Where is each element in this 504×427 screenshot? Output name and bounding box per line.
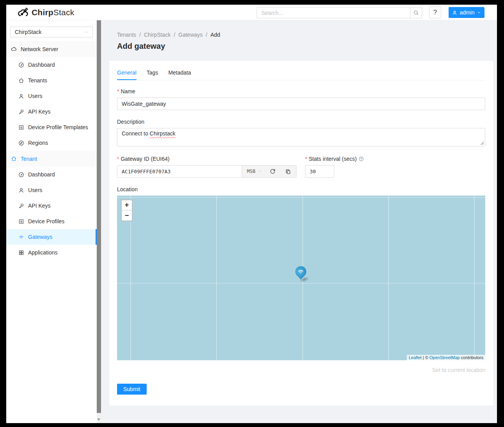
breadcrumb: Tenants/ChirpStack/Gateways/Add — [117, 32, 493, 38]
sidebar-item-ns-users[interactable]: Users — [6, 88, 97, 104]
breadcrumb-gateways[interactable]: Gateways — [178, 32, 202, 38]
user-icon — [18, 187, 24, 193]
key-icon — [18, 203, 24, 209]
compass-icon — [18, 140, 24, 146]
sidebar-item-tenant-api-keys[interactable]: API Keys — [6, 198, 97, 214]
chirpstack-logo: ChirpStack — [17, 7, 74, 18]
sidebar-group-network-server[interactable]: Network Server — [6, 41, 97, 57]
form-card: General Tags Metadata * Name Description… — [109, 61, 493, 406]
sidebar-scrollbar[interactable] — [97, 20, 101, 423]
required-mark: * — [117, 88, 119, 94]
appstore-icon — [18, 250, 24, 256]
sidebar-item-tenant-gateways[interactable]: Gateways — [6, 229, 97, 245]
sidebar-item-tenant-users[interactable]: Users — [6, 182, 97, 198]
name-input[interactable] — [117, 98, 485, 110]
sidebar-item-tenant-dashboard[interactable]: Dashboard — [6, 167, 97, 182]
cloud-logo-icon — [17, 7, 29, 18]
sidebar-item-ns-regions[interactable]: Regions — [6, 135, 97, 151]
search-input[interactable] — [257, 10, 410, 16]
search-icon — [413, 10, 419, 16]
admin-user-button[interactable]: admin — [449, 7, 484, 18]
logo-text: ChirpStack — [32, 8, 74, 17]
stats-interval-label: * Stats interval (secs) — [305, 156, 364, 162]
key-icon — [18, 109, 24, 115]
location-label: Location — [117, 186, 485, 192]
gateway-id-input[interactable] — [117, 165, 242, 177]
map-attribution: Leaflet | © OpenStreetMap contributors — [407, 355, 485, 360]
tab-general[interactable]: General — [117, 66, 137, 80]
sidebar-item-ns-api-keys[interactable]: API Keys — [6, 104, 97, 119]
map-tile-line — [117, 283, 485, 284]
description-label: Description — [117, 119, 485, 125]
breadcrumb-chirpstack[interactable]: ChirpStack — [144, 32, 170, 38]
map-tile-line — [474, 196, 475, 360]
user-icon — [452, 10, 457, 15]
sidebar-item-ns-tenants[interactable]: Tenants — [6, 73, 97, 88]
copy-id-button[interactable] — [280, 169, 296, 174]
location-map[interactable]: + − Leaflet | © OpenStreetMap contributo… — [117, 196, 485, 360]
user-icon — [18, 93, 24, 99]
chevron-down-icon — [84, 30, 89, 34]
wifi-icon — [18, 234, 24, 240]
home-icon — [18, 78, 24, 84]
map-tile-line — [117, 197, 485, 198]
misspelled-word: Chirpstack — [150, 130, 176, 137]
organization-select[interactable]: ChirpStack — [10, 27, 93, 37]
scrollbar-down-arrow-icon[interactable] — [97, 418, 100, 421]
dashboard-icon — [18, 172, 24, 178]
map-zoom-control: + − — [121, 199, 133, 221]
question-circle-icon[interactable] — [358, 156, 364, 162]
app-window: ChirpStack ? admin ChirpStack Network Se… — [6, 5, 497, 423]
help-button[interactable]: ? — [429, 7, 441, 18]
map-tile-line — [388, 196, 389, 360]
profile-template-icon — [18, 125, 24, 130]
tab-bar: General Tags Metadata — [117, 61, 485, 80]
breadcrumb-tenants[interactable]: Tenants — [117, 32, 136, 38]
byte-order-select[interactable]: MSB — [242, 169, 265, 174]
gateway-id-addon: MSB — [242, 165, 296, 177]
description-textarea[interactable]: Connect to Chirpstack — [117, 128, 485, 146]
map-tile-line — [216, 196, 217, 360]
dashboard-icon — [18, 62, 24, 68]
page-title: Add gateway — [117, 42, 493, 51]
submit-button[interactable]: Submit — [117, 384, 147, 395]
leaflet-link[interactable]: Leaflet — [409, 355, 422, 360]
sidebar: ChirpStack Network Server Dashboard Tena… — [6, 20, 97, 423]
wifi-icon — [297, 268, 304, 275]
main-content: Tenants/ChirpStack/Gateways/Add Add gate… — [101, 20, 497, 423]
breadcrumb-current: Add — [210, 32, 220, 38]
refresh-icon — [270, 168, 276, 174]
tab-tags[interactable]: Tags — [147, 66, 158, 80]
sidebar-group-tenant[interactable]: Tenant — [6, 151, 97, 167]
chevron-down-icon — [477, 11, 481, 14]
set-current-location-link[interactable]: Set to current location — [117, 367, 485, 373]
help-icon: ? — [433, 9, 437, 16]
name-label: * Name — [117, 88, 485, 94]
zoom-out-button[interactable]: − — [122, 210, 132, 221]
top-header: ChirpStack ? admin — [6, 5, 497, 20]
home-icon — [11, 156, 17, 162]
stats-interval-input[interactable] — [305, 165, 334, 178]
zoom-in-button[interactable]: + — [122, 200, 132, 210]
sidebar-item-tenant-device-profiles[interactable]: Device Profiles — [6, 214, 97, 229]
sidebar-item-ns-device-profile-templates[interactable]: Device Profile Templates — [6, 119, 97, 135]
sidebar-item-tenant-applications[interactable]: Applications — [6, 245, 97, 260]
gateway-id-group: MSB — [117, 165, 296, 178]
cloud-icon — [11, 46, 17, 52]
gateway-id-label: * Gateway ID (EUI64) — [117, 156, 296, 162]
global-search — [257, 7, 422, 18]
copy-icon — [285, 169, 291, 174]
tab-metadata[interactable]: Metadata — [168, 66, 191, 80]
resize-handle-icon[interactable] — [480, 141, 484, 145]
scrollbar-thumb[interactable] — [97, 20, 101, 413]
search-button[interactable] — [410, 7, 422, 18]
regenerate-id-button[interactable] — [265, 168, 280, 174]
profile-icon — [18, 219, 24, 224]
openstreetmap-link[interactable]: OpenStreetMap — [429, 355, 460, 360]
chevron-down-icon — [258, 169, 262, 173]
sidebar-item-ns-dashboard[interactable]: Dashboard — [6, 57, 97, 73]
